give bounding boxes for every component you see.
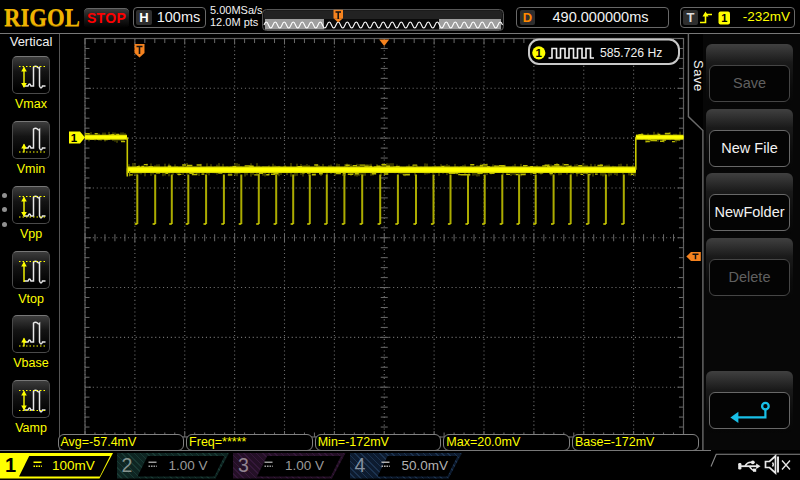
svg-text:1: 1 xyxy=(536,47,543,59)
svg-text:1: 1 xyxy=(71,132,78,144)
svg-text:1: 1 xyxy=(721,11,727,23)
svg-text:585.726 Hz: 585.726 Hz xyxy=(600,46,662,60)
